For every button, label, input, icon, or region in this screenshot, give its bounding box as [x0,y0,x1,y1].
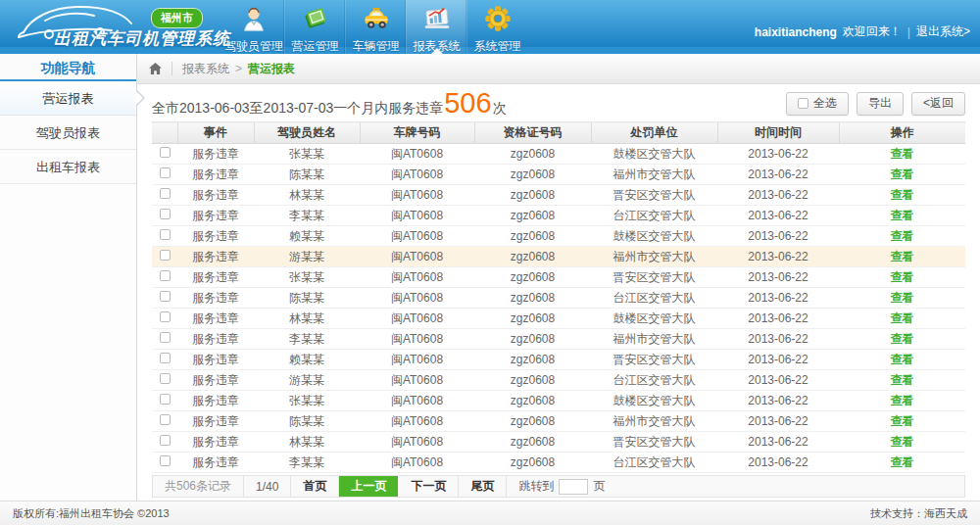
view-link[interactable]: 查看 [891,291,914,305]
plate-cell: 闽AT0608 [360,432,474,453]
view-link[interactable]: 查看 [891,229,914,243]
plate-cell: 闽AT0608 [360,288,474,309]
view-link[interactable]: 查看 [891,353,914,366]
export-button[interactable]: 导出 [857,92,904,116]
view-link[interactable]: 查看 [891,147,914,161]
operation-cell: 查看 [839,165,965,185]
row-checkbox-cell [152,247,177,267]
operation-cell: 查看 [839,226,965,247]
view-link[interactable]: 查看 [891,394,914,407]
back-button[interactable]: <返回 [911,92,965,116]
view-link[interactable]: 查看 [891,250,914,263]
row-checkbox[interactable] [160,147,171,158]
driver-cell: 陈某某 [254,288,360,309]
row-checkbox[interactable] [160,188,171,199]
select-all-button[interactable]: 全选 [786,92,849,116]
unit-cell: 晋安区交管大队 [591,185,717,206]
view-link[interactable]: 查看 [891,414,914,428]
row-checkbox-cell [152,165,177,185]
row-checkbox[interactable] [160,270,171,281]
row-checkbox[interactable] [160,455,171,466]
row-checkbox[interactable] [160,435,171,446]
view-link[interactable]: 查看 [891,167,914,181]
row-checkbox[interactable] [160,311,171,322]
col-driver-name: 驾驶员姓名 [254,122,360,144]
unit-cell: 福州市交管大队 [591,247,717,267]
table-row: 服务违章游某某闽AT0608zgz0608台江区交管大队2013-06-22查看 [152,370,965,391]
cert-cell: zgz0608 [474,185,591,206]
prev-page-button[interactable]: 上一页 [339,476,398,497]
view-link[interactable]: 查看 [891,209,914,222]
jump-page-input[interactable] [559,479,588,495]
date-cell: 2013-06-22 [717,453,839,473]
nav-item-operations-mgmt[interactable]: 营运管理 [284,0,345,54]
driver-cell: 李某某 [254,453,360,473]
nav-item-report-system[interactable]: 报表系统 [406,0,466,54]
plate-cell: 闽AT0608 [360,329,474,350]
date-cell: 2013-06-22 [717,432,839,453]
select-all-checkbox[interactable] [798,98,808,109]
driver-cell: 游某某 [254,247,360,267]
event-cell: 服务违章 [177,370,254,391]
first-page-button[interactable]: 首页 [291,476,339,497]
row-checkbox[interactable] [160,250,171,261]
view-link[interactable]: 查看 [891,373,914,387]
col-plate-number: 车牌号码 [360,122,474,144]
row-checkbox[interactable] [160,414,171,425]
title-suffix: 次 [493,100,507,118]
sidebar-item-taxi-report[interactable]: 出租车报表 [0,150,136,184]
row-checkbox-cell [152,309,177,329]
event-cell: 服务违章 [177,432,254,453]
breadcrumb-current: 营运报表 [248,61,295,77]
table-header-row: 事件 驾驶员姓名 车牌号码 资格证号码 处罚单位 时间时间 操作 [152,122,965,144]
col-time: 时间时间 [717,122,839,144]
row-checkbox[interactable] [160,353,171,363]
row-checkbox[interactable] [160,229,171,240]
row-checkbox[interactable] [160,209,171,219]
driver-cell: 李某某 [254,206,360,226]
cert-cell: zgz0608 [474,350,591,370]
operation-cell: 查看 [839,391,965,411]
nav-item-vehicle-mgmt[interactable]: 车辆管理 [345,0,406,54]
cert-cell: zgz0608 [474,206,591,226]
logout-link[interactable]: 退出系统> [916,24,970,40]
sidebar: 功能导航 营运报表 驾驶员报表 出租车报表 [0,54,137,501]
next-page-button[interactable]: 下一页 [399,476,459,497]
support-text: 技术支持：海西天成 [870,506,967,521]
view-link[interactable]: 查看 [891,332,914,346]
plate-cell: 闽AT0608 [360,226,474,247]
view-link[interactable]: 查看 [891,188,914,202]
view-link[interactable]: 查看 [891,270,914,284]
last-page-button[interactable]: 尾页 [459,476,507,497]
table-row: 服务违章李某某闽AT0608zgz0608台江区交管大队2013-06-22查看 [152,206,965,226]
sidebar-item-operations-report[interactable]: 营运报表 [0,81,136,116]
welcome-text: 欢迎回来！ [843,24,902,40]
row-checkbox[interactable] [160,291,171,302]
row-checkbox[interactable] [160,332,171,343]
nav-item-system-mgmt[interactable]: 系统管理 [466,0,527,54]
view-link[interactable]: 查看 [891,311,914,325]
breadcrumb-section[interactable]: 报表系统 [182,61,229,77]
col-cert-number: 资格证号码 [474,122,591,144]
city-badge: 福州市 [151,8,203,28]
event-cell: 服务违章 [177,288,254,309]
app-header: 出租汽车司机管理系统 福州市 驾驶员管理 [0,0,980,54]
driver-cell: 张某某 [254,144,360,165]
row-checkbox[interactable] [160,394,171,405]
table-row: 服务违章赖某某闽AT0608zgz0608鼓楼区交管大队2013-06-22查看 [152,226,965,247]
plate-cell: 闽AT0608 [360,309,474,329]
nav-item-driver-mgmt[interactable]: 驾驶员管理 [223,0,284,54]
view-link[interactable]: 查看 [891,455,914,469]
jump-to-page: 跳转到 页 [507,476,616,497]
driver-icon [239,4,269,37]
driver-cell: 游某某 [254,370,360,391]
view-link[interactable]: 查看 [891,435,914,449]
table-row: 服务违章陈某某闽AT0608zgz0608福州市交管大队2013-06-22查看 [152,411,965,432]
date-cell: 2013-06-22 [717,247,839,267]
driver-cell: 林某某 [254,185,360,206]
row-checkbox[interactable] [160,373,171,384]
row-checkbox[interactable] [160,167,171,178]
table-row: 服务违章林某某闽AT0608zgz0608晋安区交管大队2013-06-22查看 [152,185,965,206]
sidebar-item-driver-report[interactable]: 驾驶员报表 [0,116,136,150]
home-icon[interactable] [149,63,162,74]
